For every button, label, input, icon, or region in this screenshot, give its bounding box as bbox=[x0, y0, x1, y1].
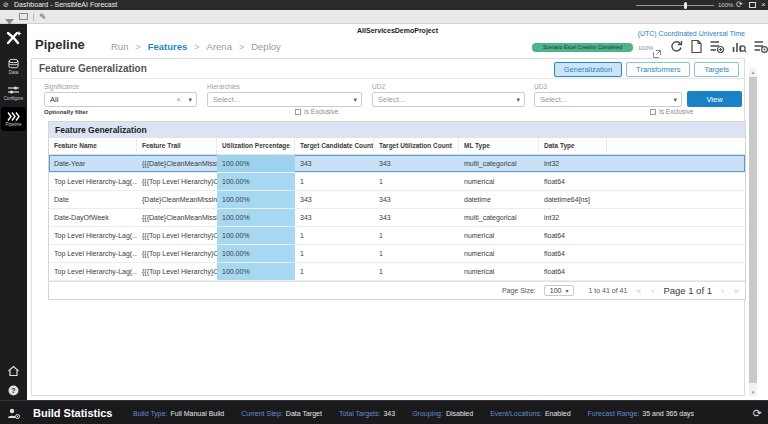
table-cell: {{{Date}CleanMeanMissi... bbox=[137, 155, 217, 172]
window-titlebar: ⊘ Dashboard - SensibleAI Forecast 100% ⟳… bbox=[0, 0, 768, 10]
help-icon[interactable]: ? bbox=[8, 385, 19, 396]
table-cell: float64 bbox=[539, 173, 607, 190]
scenario-add-icon[interactable] bbox=[710, 40, 724, 53]
significance-select[interactable]: All × ▾ bbox=[44, 92, 197, 107]
breadcrumb-item[interactable]: Deploy bbox=[251, 41, 281, 52]
sidebar-item-configure[interactable]: Configure bbox=[1, 81, 26, 105]
table-cell: 343 bbox=[295, 191, 374, 208]
status-stat-value: Enabled bbox=[545, 410, 571, 417]
sidebar-item-data[interactable]: Data bbox=[1, 55, 26, 79]
column-header[interactable]: Feature Trail bbox=[137, 138, 217, 154]
table-cell: Top Level Hierarchy-Lag(... bbox=[49, 173, 137, 190]
view-tabs: Generalization Transformers Targets bbox=[554, 62, 739, 77]
page-size-select[interactable]: 100 ▾ bbox=[544, 285, 575, 296]
table-row[interactable]: Top Level Hierarchy-Lag(...{{{Top Level … bbox=[49, 227, 745, 245]
chevron-down-icon[interactable]: ▾ bbox=[188, 93, 192, 106]
user-settings-icon[interactable] bbox=[7, 406, 20, 424]
scroll-down-icon[interactable]: ▾ bbox=[749, 388, 757, 396]
table-cell: numerical bbox=[459, 227, 539, 244]
column-header[interactable]: Target Candidate Count bbox=[295, 138, 374, 154]
sidebar-item-pipeline[interactable]: Pipeline bbox=[1, 107, 26, 131]
chevron-down-icon[interactable]: ▾ bbox=[353, 93, 357, 106]
progress-bar: Scenario Excel Creation Completed bbox=[532, 43, 633, 52]
table-row[interactable]: Date-DayOfWeek{{{Date}CleanMeanMissi...1… bbox=[49, 209, 745, 227]
table-cell: 1 bbox=[295, 227, 374, 244]
close-window-icon[interactable]: × bbox=[761, 0, 766, 10]
vertical-scrollbar[interactable]: ▴ ▾ bbox=[749, 68, 757, 396]
column-header[interactable]: Data Type bbox=[539, 138, 607, 154]
timezone-link[interactable]: (UTC) Coordinated Universal Time bbox=[638, 30, 745, 37]
database-icon bbox=[8, 59, 19, 69]
status-stat-label: Grouping: bbox=[412, 410, 443, 417]
settings-list-icon[interactable] bbox=[754, 40, 768, 53]
column-header[interactable]: ML Type bbox=[459, 138, 539, 154]
chevron-down-icon[interactable]: ▾ bbox=[673, 93, 677, 106]
previous-page-icon[interactable]: ‹ bbox=[650, 286, 655, 296]
table-cell: 343 bbox=[374, 191, 459, 208]
ud2-select[interactable]: Select... ▾ bbox=[372, 92, 525, 107]
table-cell: Date bbox=[49, 191, 137, 208]
toolbar-divider bbox=[33, 13, 34, 21]
table-row[interactable]: Date{Date}CleanMeanMissing100.00%343343d… bbox=[49, 191, 745, 209]
zoom-slider[interactable] bbox=[636, 5, 714, 6]
screenshot-icon[interactable] bbox=[19, 13, 28, 20]
refresh-icon[interactable] bbox=[670, 40, 683, 53]
status-stat-value: 343 bbox=[383, 410, 395, 417]
breadcrumb-item[interactable]: Features bbox=[148, 41, 188, 52]
hierarchies-label: Hierarchies bbox=[207, 83, 362, 90]
file-icon[interactable] bbox=[691, 40, 702, 53]
table-cell: 100.00% bbox=[217, 263, 295, 280]
table-cell: 1 bbox=[295, 263, 374, 280]
pagination-range: 1 to 41 of 41 bbox=[588, 287, 627, 294]
ud3-label: UD3 bbox=[534, 83, 682, 90]
next-page-icon[interactable]: › bbox=[720, 286, 725, 296]
is-exclusive-checkbox[interactable] bbox=[295, 109, 301, 115]
breadcrumb-item[interactable]: Arena bbox=[207, 41, 232, 52]
fit-window-icon[interactable] bbox=[749, 2, 756, 8]
tab-generalization[interactable]: Generalization bbox=[554, 62, 622, 77]
sliders-icon bbox=[8, 85, 19, 95]
refresh-stats-icon[interactable]: ⟳ bbox=[753, 401, 762, 424]
chevron-down-icon[interactable]: ▾ bbox=[516, 93, 520, 106]
application-window: ⊘ Dashboard - SensibleAI Forecast 100% ⟳… bbox=[0, 0, 768, 424]
column-header[interactable]: Utilization Percentage bbox=[217, 138, 295, 154]
home-icon[interactable] bbox=[8, 366, 19, 376]
tab-transformers[interactable]: Transformers bbox=[626, 62, 690, 77]
table-row[interactable]: Top Level Hierarchy-Lag(...{{{Top Level … bbox=[49, 173, 745, 191]
chart-search-icon[interactable] bbox=[732, 40, 746, 53]
refresh-window-icon[interactable]: ⟳ bbox=[736, 0, 743, 10]
hierarchies-placeholder: Select... bbox=[213, 95, 240, 104]
last-page-icon[interactable]: » bbox=[733, 286, 740, 296]
hierarchies-select[interactable]: Select... ▾ bbox=[207, 92, 362, 107]
breadcrumb-item[interactable]: Run bbox=[111, 41, 128, 52]
table-cell: float64 bbox=[539, 227, 607, 244]
ud2-placeholder: Select... bbox=[378, 95, 405, 104]
first-page-icon[interactable]: « bbox=[635, 286, 642, 296]
table-cell: 100.00% bbox=[217, 227, 295, 244]
table-cell: 343 bbox=[295, 209, 374, 226]
scroll-up-icon[interactable]: ▴ bbox=[749, 68, 757, 76]
table-body: Date-Year{{{Date}CleanMeanMissi...100.00… bbox=[49, 155, 745, 281]
section-title: Feature Generalization bbox=[39, 59, 147, 79]
zoom-slider-handle[interactable] bbox=[684, 2, 687, 9]
clear-icon[interactable]: × bbox=[176, 93, 181, 106]
table-row[interactable]: Top Level Hierarchy-Lag(...{{{Top Level … bbox=[49, 263, 745, 281]
table-cell: 343 bbox=[374, 209, 459, 226]
column-header[interactable]: Feature Name bbox=[49, 138, 137, 154]
tab-targets[interactable]: Targets bbox=[694, 62, 739, 77]
view-button[interactable]: View bbox=[687, 91, 742, 107]
breadcrumb-separator: > bbox=[194, 42, 199, 52]
ud3-select[interactable]: Select... ▾ bbox=[534, 92, 682, 107]
page-size-label: Page Size: bbox=[502, 287, 536, 294]
is-exclusive-hierarchies: Is Exclusive bbox=[295, 108, 338, 115]
status-stat: Grouping:Disabled bbox=[412, 410, 473, 417]
is-exclusive-checkbox[interactable] bbox=[650, 109, 656, 115]
column-header[interactable]: Target Utilization Count bbox=[374, 138, 459, 154]
optionally-filter-hint: Optionally filter bbox=[44, 109, 88, 115]
ud2-filter: UD2 Select... ▾ bbox=[372, 83, 525, 107]
table-row[interactable]: Top Level Hierarchy-Lag(...{{{Top Level … bbox=[49, 245, 745, 263]
scrollbar-thumb[interactable] bbox=[749, 77, 757, 383]
edit-pencil-icon[interactable]: ✎ bbox=[39, 10, 47, 24]
table-cell: float64 bbox=[539, 263, 607, 280]
table-row[interactable]: Date-Year{{{Date}CleanMeanMissi...100.00… bbox=[49, 155, 745, 173]
